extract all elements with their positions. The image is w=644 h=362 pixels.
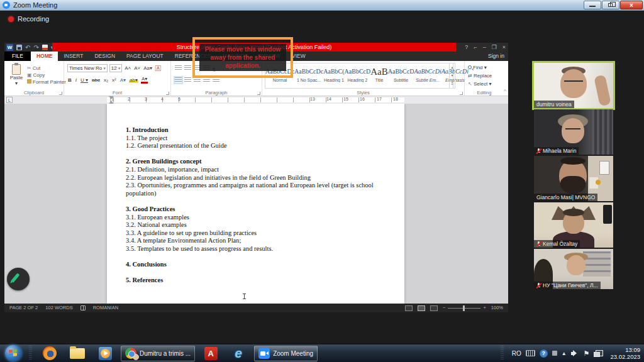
font-name-combo[interactable]: Times New Ro ▾ [67,64,108,72]
italic-button[interactable]: I [75,77,77,83]
language-switcher[interactable]: RO [512,350,521,357]
line-spacing-icon[interactable] [213,77,219,83]
numbering-icon[interactable] [184,65,191,71]
subscript-button[interactable]: x₂ [103,77,109,83]
taskbar-task-chrome[interactable]: Dumitru a trimis ... [121,346,195,361]
keyboard-icon[interactable] [526,350,535,356]
align-right-icon[interactable] [194,77,201,83]
text-effects-icon[interactable]: A▾ [119,77,126,83]
customize-qat-icon[interactable] [42,45,48,50]
taskbar-item-explorer[interactable] [68,345,87,362]
participant-tile-nu[interactable]: НУ "Цани Гинчев", Л... [534,249,613,289]
window-controls: × [584,1,643,9]
cut-button[interactable]: ✂Cut [27,65,66,72]
format-painter-button[interactable]: Format Painter [27,79,66,85]
web-layout-icon[interactable] [430,305,438,311]
word-count[interactable]: 102 WORDS [45,304,72,312]
print-layout-icon[interactable] [418,305,425,311]
strikethrough-button[interactable]: abc [91,77,101,83]
styles-gallery-scroll[interactable]: ▴▾≡ [449,63,455,89]
participant-tile-dumitru[interactable]: dumitru voinea [534,63,613,108]
justify-icon[interactable] [203,77,210,83]
style-title[interactable]: AaB Title [370,63,388,88]
taskbar-item-acrobat[interactable]: A [201,345,220,362]
tab-insert[interactable]: INSERT [58,52,89,61]
taskbar-item-ie[interactable]: e [229,345,248,362]
page-indicator[interactable]: PAGE 2 OF 2 [9,304,38,312]
tab-design[interactable]: DESIGN [89,52,121,61]
bold-button[interactable]: B [67,77,72,83]
hidden-icons-button[interactable]: ▲ [562,351,567,356]
taskbar-item-firefox[interactable] [40,345,59,362]
action-center-flag-icon[interactable]: ⚑ [584,350,590,357]
redo-icon[interactable]: ↷ [33,44,38,51]
find-button[interactable]: Find ▾ [468,65,487,70]
dialog-launcher-icon[interactable] [59,92,62,95]
document-page[interactable]: 1. Introduction 1.1. The project 1.2. Ge… [107,104,404,304]
start-button[interactable] [5,345,21,361]
close-button[interactable]: × [620,1,643,9]
save-icon[interactable] [16,45,22,50]
style-heading2[interactable]: AaBbCcD Heading 2 [345,63,371,88]
tab-file[interactable]: FILE [4,52,31,61]
style-no-spacing[interactable]: AaBbCcDc 1 No Spac... [294,63,323,88]
restore-button[interactable] [602,1,619,9]
select-button[interactable]: ↖ Select ▾ [468,81,491,87]
sign-in-link[interactable]: Sign in [488,52,504,61]
undo-icon[interactable]: ↶ [25,44,30,51]
font-color-button[interactable]: A▾ [141,77,148,84]
word-restore-icon[interactable]: ❐ [492,43,497,52]
replace-button[interactable]: ⇄ Replace [468,73,492,79]
language-indicator[interactable]: ROMANIAN [93,304,118,312]
participant-tile-mihaela[interactable]: Mihaela Marin [534,109,613,155]
participant-tile-kemal[interactable]: Kemal Özaltay [534,202,613,248]
highlight-color-button[interactable]: ab▾ [129,77,138,83]
zoom-percent[interactable]: 100% [491,304,503,312]
font-size-combo[interactable]: 12 ▾ [109,64,122,72]
tab-home[interactable]: HOME [31,52,58,61]
read-mode-icon[interactable] [405,305,413,311]
network-icon[interactable] [594,350,603,357]
horizontal-ruler[interactable]: L 1 2 3 4 5 13 14 15 16 17 18 [4,96,508,104]
proofing-icon[interactable] [80,305,86,310]
taskbar-item-media-player[interactable] [96,345,114,362]
shrink-font-icon[interactable]: A˅ [133,65,141,71]
style-subtle-emphasis[interactable]: AaBbCcDi Subtle Em... [414,63,441,88]
word-help-icon[interactable]: ? [465,43,468,52]
document-area[interactable]: 1. Introduction 1.1. The project 1.2. Ge… [4,104,508,304]
style-subtitle[interactable]: AaBbCcD Subtitle [388,63,414,88]
tab-selector[interactable]: L [6,97,13,103]
word-minimize-icon[interactable]: – [483,43,486,52]
zoom-slider[interactable]: − + [443,304,486,312]
tray-app-icon[interactable] [552,351,557,356]
bullets-icon[interactable] [175,65,182,71]
grow-font-icon[interactable]: A˄ [124,65,131,71]
zoom-out-icon[interactable]: − [443,304,445,312]
zoom-slider-thumb[interactable] [463,305,465,311]
change-case-icon[interactable]: Aa▾ [143,65,153,71]
dialog-launcher-icon[interactable] [166,92,169,95]
ribbon-display-icon[interactable]: ⌐ [474,43,477,52]
zoom-window-titlebar[interactable]: Zoom Meeting × [0,0,644,11]
dialog-launcher-icon[interactable] [257,92,260,95]
superscript-button[interactable]: x² [111,77,117,83]
collapse-ribbon-icon[interactable]: ^ [504,88,506,94]
volume-icon[interactable] [571,350,579,357]
annotate-button[interactable] [7,268,30,290]
copy-button[interactable]: ▣Copy [27,72,66,79]
align-left-icon[interactable] [175,77,182,83]
minimize-button[interactable] [584,1,601,9]
help-tray-icon[interactable]: ? [540,349,548,358]
participant-tile-giancarlo[interactable]: Giancarlo Masi| MVNGO [534,156,613,201]
underline-button[interactable]: U ▾ [80,77,89,83]
dialog-launcher-icon[interactable] [460,92,463,95]
taskbar-task-zoom[interactable]: Zoom Meeting [254,346,318,361]
style-heading1[interactable]: AaBbC( Heading 1 [323,63,344,88]
zoom-in-icon[interactable]: + [483,304,486,312]
word-close-icon[interactable]: × [502,43,506,52]
align-center-icon[interactable] [184,77,191,83]
clear-format-icon[interactable]: 🄰 [155,65,162,72]
taskbar-clock[interactable]: 13:09 23.02.2023 [608,346,640,360]
tab-page-layout[interactable]: PAGE LAYOUT [121,52,169,61]
paste-button[interactable]: Paste ▾ [8,64,25,89]
